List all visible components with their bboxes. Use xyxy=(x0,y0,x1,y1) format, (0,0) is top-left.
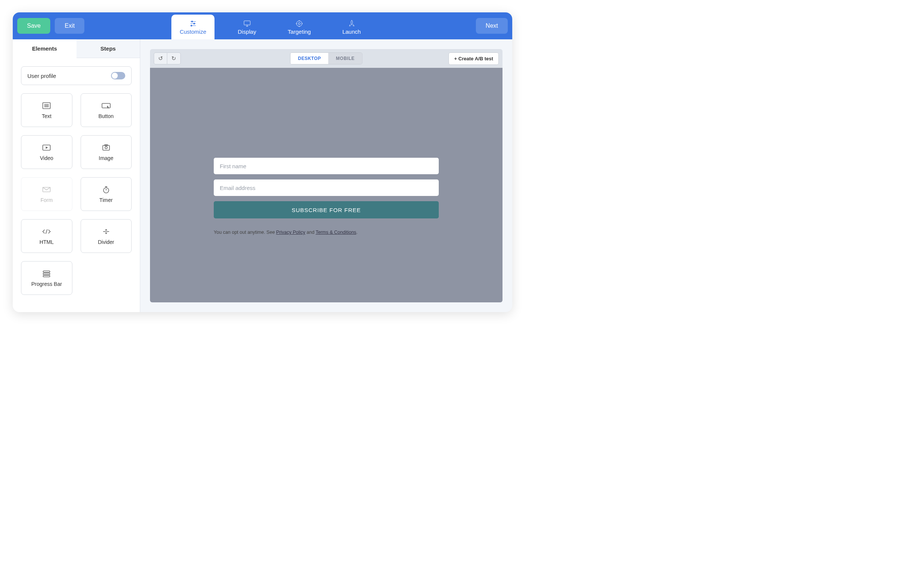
sliders-icon xyxy=(189,20,197,28)
canvas-toolbar: ↺ ↻ DESKTOP MOBILE + Create A/B test xyxy=(150,49,503,68)
svg-point-1 xyxy=(191,21,193,22)
image-icon xyxy=(101,143,111,152)
nav-display[interactable]: Display xyxy=(229,15,265,39)
timer-icon xyxy=(101,185,111,194)
element-tile-divider[interactable]: Divider xyxy=(80,219,132,253)
video-icon xyxy=(41,143,52,152)
nav-targeting[interactable]: Targeting xyxy=(279,15,319,39)
user-profile-toggle[interactable] xyxy=(111,72,125,79)
svg-rect-6 xyxy=(244,21,250,25)
tab-elements[interactable]: Elements xyxy=(13,39,76,58)
sidebar: Elements Steps User profile Text Button xyxy=(13,39,140,312)
subscribe-button[interactable]: SUBSCRIBE FOR FREE xyxy=(214,201,439,218)
device-switch: DESKTOP MOBILE xyxy=(290,52,363,65)
element-tile-html[interactable]: HTML xyxy=(21,219,73,253)
svg-point-5 xyxy=(190,25,192,26)
element-tile-video[interactable]: Video xyxy=(21,135,73,169)
undo-icon: ↺ xyxy=(158,55,163,62)
element-tile-text[interactable]: Text xyxy=(21,93,73,127)
text-icon xyxy=(41,101,52,110)
redo-icon: ↻ xyxy=(171,55,176,62)
legal-post: . xyxy=(356,230,358,235)
element-tile-timer[interactable]: Timer xyxy=(80,177,132,211)
top-nav: Customize Display Targeting Launch xyxy=(171,12,369,39)
svg-point-3 xyxy=(193,23,195,24)
element-tile-form: Form xyxy=(21,177,73,211)
first-name-input[interactable] xyxy=(214,158,439,174)
svg-rect-35 xyxy=(43,273,50,275)
svg-rect-34 xyxy=(43,271,50,272)
tile-label: Image xyxy=(99,155,113,161)
user-profile-row: User profile xyxy=(21,66,132,85)
tab-steps[interactable]: Steps xyxy=(76,39,140,58)
svg-point-9 xyxy=(297,21,302,26)
tile-label: HTML xyxy=(39,239,54,245)
svg-point-23 xyxy=(105,147,107,149)
legal-pre: You can opt out anytime. See xyxy=(214,230,276,235)
redo-button[interactable]: ↻ xyxy=(167,52,181,65)
divider-icon xyxy=(101,227,111,236)
legal-and: and xyxy=(305,230,316,235)
svg-rect-36 xyxy=(43,275,50,277)
terms-link[interactable]: Terms & Conditions xyxy=(316,230,356,235)
tile-label: Timer xyxy=(99,197,113,203)
svg-rect-22 xyxy=(103,145,110,150)
code-icon xyxy=(41,227,52,236)
progress-icon xyxy=(41,269,52,278)
email-input[interactable] xyxy=(214,179,439,196)
element-tile-progress[interactable]: Progress Bar xyxy=(21,261,73,295)
tile-label: Text xyxy=(42,113,51,119)
tile-label: Video xyxy=(40,155,53,161)
tile-label: Button xyxy=(99,113,114,119)
nav-customize[interactable]: Customize xyxy=(171,15,215,39)
tile-label: Form xyxy=(40,197,53,203)
monitor-icon xyxy=(243,20,251,28)
canvas-area: ↺ ↻ DESKTOP MOBILE + Create A/B test SUB… xyxy=(140,39,512,312)
next-button[interactable]: Next xyxy=(476,18,508,34)
sidebar-tabs: Elements Steps xyxy=(13,39,140,58)
target-icon xyxy=(295,20,303,28)
form-icon xyxy=(41,185,52,194)
svg-marker-21 xyxy=(46,147,48,149)
svg-rect-19 xyxy=(102,103,110,108)
nav-label: Launch xyxy=(342,28,361,35)
legal-text: You can opt out anytime. See Privacy Pol… xyxy=(214,230,439,235)
device-desktop[interactable]: DESKTOP xyxy=(291,53,328,64)
form-preview: SUBSCRIBE FOR FREE You can opt out anyti… xyxy=(210,158,443,235)
rocket-icon xyxy=(348,20,356,28)
nav-label: Targeting xyxy=(288,28,311,35)
privacy-link[interactable]: Privacy Policy xyxy=(276,230,305,235)
create-ab-test-button[interactable]: + Create A/B test xyxy=(449,52,499,65)
tile-label: Progress Bar xyxy=(31,281,62,287)
canvas[interactable]: SUBSCRIBE FOR FREE You can opt out anyti… xyxy=(150,68,503,302)
svg-marker-32 xyxy=(105,229,107,230)
app-window: Save Exit Customize Display Targeting La… xyxy=(13,12,512,312)
svg-point-10 xyxy=(298,23,300,25)
user-profile-label: User profile xyxy=(27,73,56,79)
device-mobile[interactable]: MOBILE xyxy=(328,53,362,64)
nav-label: Display xyxy=(238,28,256,35)
svg-marker-33 xyxy=(105,233,107,234)
topbar: Save Exit Customize Display Targeting La… xyxy=(13,12,512,39)
save-button[interactable]: Save xyxy=(17,18,50,34)
element-tile-button[interactable]: Button xyxy=(80,93,132,127)
tile-label: Divider xyxy=(98,239,115,245)
button-icon xyxy=(101,101,111,110)
undo-button[interactable]: ↺ xyxy=(154,52,167,65)
exit-button[interactable]: Exit xyxy=(55,18,84,34)
element-tile-image[interactable]: Image xyxy=(80,135,132,169)
svg-line-30 xyxy=(46,229,47,234)
nav-launch[interactable]: Launch xyxy=(334,15,369,39)
nav-label: Customize xyxy=(180,28,206,35)
